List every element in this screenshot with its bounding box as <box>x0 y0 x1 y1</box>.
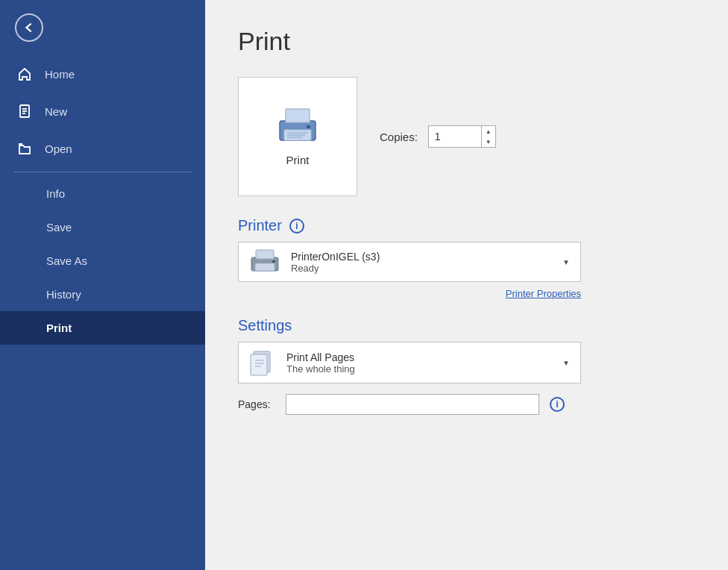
sidebar-item-new-label: New <box>45 105 67 118</box>
printer-dropdown[interactable]: PrinterOnIGEL (s3) Ready ▼ <box>238 242 581 282</box>
open-icon <box>16 140 33 157</box>
sidebar-item-print-label: Print <box>46 322 72 334</box>
pages-input-label: Pages: <box>238 398 275 410</box>
printer-name: PrinterOnIGEL (s3) <box>291 251 552 263</box>
copies-spinner: ▲ ▼ <box>428 125 496 148</box>
printer-section-header: Printer i <box>238 217 695 234</box>
copies-input[interactable] <box>429 126 481 147</box>
new-icon <box>16 103 33 119</box>
pages-input-row: Pages: i <box>238 394 695 415</box>
print-pages-icon <box>249 348 276 377</box>
print-button[interactable]: Print <box>238 77 357 196</box>
printer-status: Ready <box>291 263 552 274</box>
sidebar-item-history[interactable]: History <box>0 278 205 311</box>
settings-section: Settings Print All Pages The whole thing… <box>238 317 695 415</box>
sidebar-item-new[interactable]: New <box>0 93 205 130</box>
main-content: Print Print Copies: ▲ ▼ <box>205 0 728 570</box>
sidebar-item-history-label: History <box>46 288 81 301</box>
printer-section-title: Printer <box>238 217 282 234</box>
home-icon <box>16 66 33 82</box>
printer-dropdown-arrow: ▼ <box>562 258 570 266</box>
copies-decrement[interactable]: ▼ <box>482 137 495 147</box>
sidebar-item-home[interactable]: Home <box>0 55 205 93</box>
pages-option-sub: The whole thing <box>286 363 552 375</box>
printer-properties-link[interactable]: Printer Properties <box>238 288 581 299</box>
settings-section-title: Settings <box>238 317 292 334</box>
copies-arrows: ▲ ▼ <box>481 126 495 147</box>
back-circle-button[interactable] <box>15 13 43 42</box>
sidebar-item-save[interactable]: Save <box>0 210 205 244</box>
svg-rect-13 <box>256 250 274 259</box>
sidebar-navigation: Home New Open <box>0 55 205 345</box>
settings-section-header: Settings <box>238 317 695 334</box>
back-arrow-icon <box>22 21 36 34</box>
copies-increment[interactable]: ▲ <box>482 126 495 137</box>
back-button[interactable] <box>0 0 205 55</box>
print-top-row: Print Copies: ▲ ▼ <box>238 77 695 196</box>
sidebar-item-info[interactable]: Info <box>0 177 205 210</box>
svg-rect-16 <box>251 354 267 375</box>
print-button-label: Print <box>286 154 310 166</box>
printer-icon-small <box>249 248 280 275</box>
printer-info-icon[interactable]: i <box>289 219 304 234</box>
pages-option-label: Print All Pages <box>286 351 552 363</box>
sidebar-item-open[interactable]: Open <box>0 130 205 167</box>
pages-input[interactable] <box>286 394 539 415</box>
page-title: Print <box>238 27 695 56</box>
sidebar-item-save-as[interactable]: Save As <box>0 244 205 278</box>
pages-info-icon[interactable]: i <box>550 397 565 412</box>
sidebar-item-open-label: Open <box>45 142 72 155</box>
svg-rect-6 <box>286 109 310 122</box>
printer-icon-large <box>274 107 321 146</box>
svg-rect-7 <box>307 125 310 128</box>
sidebar-divider <box>13 172 192 172</box>
pages-info: Print All Pages The whole thing <box>286 351 552 375</box>
copies-section: Copies: ▲ ▼ <box>380 125 496 148</box>
sidebar-item-save-as-label: Save As <box>46 254 87 267</box>
pages-dropdown-arrow: ▼ <box>562 359 570 367</box>
sidebar: Home New Open <box>0 0 205 570</box>
sidebar-item-save-label: Save <box>46 221 72 234</box>
print-pages-dropdown[interactable]: Print All Pages The whole thing ▼ <box>238 342 581 383</box>
sidebar-item-print[interactable]: Print <box>0 311 205 345</box>
svg-rect-14 <box>272 260 275 263</box>
printer-info: PrinterOnIGEL (s3) Ready <box>291 251 552 274</box>
copies-label: Copies: <box>380 131 418 143</box>
sidebar-item-info-label: Info <box>46 187 65 200</box>
sidebar-item-home-label: Home <box>45 68 75 81</box>
svg-rect-12 <box>255 263 274 271</box>
